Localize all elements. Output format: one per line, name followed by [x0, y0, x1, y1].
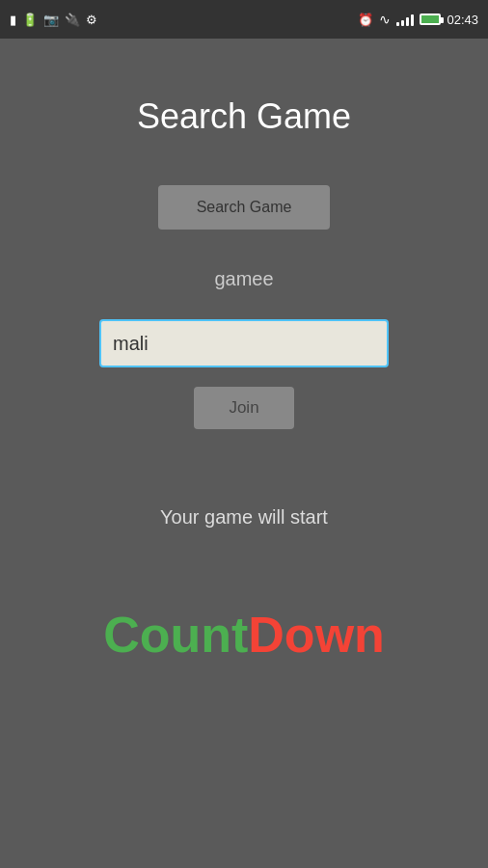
join-button[interactable]: Join [194, 387, 293, 429]
signal-bar-2 [401, 20, 404, 26]
countdown-green-text: Count [103, 606, 248, 664]
player-name-input[interactable] [99, 319, 389, 367]
status-bar-left: ▮ 🔋 📷 🔌 ⚙ [10, 13, 97, 27]
status-message: Your game will start [160, 506, 328, 529]
signal-bar-1 [396, 22, 399, 26]
page-title: Search Game [137, 96, 351, 137]
status-bar: ▮ 🔋 📷 🔌 ⚙ ⏰ ∿ 02:43 [0, 0, 488, 39]
wifi-icon: ∿ [379, 12, 391, 27]
image-icon: 📷 [43, 13, 59, 27]
signal-bars [396, 13, 414, 26]
main-content: Search Game Search Game gamee Join Your … [0, 39, 488, 664]
search-game-button[interactable]: Search Game [158, 185, 331, 230]
debug-icon: ⚙ [86, 13, 97, 27]
battery-icon [420, 14, 441, 25]
game-name-label: gamee [214, 268, 273, 290]
battery-percent-icon: 🔋 [22, 13, 38, 27]
status-bar-right: ⏰ ∿ 02:43 [358, 12, 478, 27]
signal-bar-4 [411, 14, 414, 26]
signal-bar-3 [406, 17, 409, 26]
time-display: 02:43 [447, 13, 478, 27]
usb-icon: 🔌 [65, 13, 80, 27]
countdown-red-text: Down [248, 606, 385, 664]
countdown-logo: Count Down [103, 606, 385, 664]
alarm-icon: ⏰ [358, 13, 373, 27]
sim-icon: ▮ [10, 13, 16, 27]
